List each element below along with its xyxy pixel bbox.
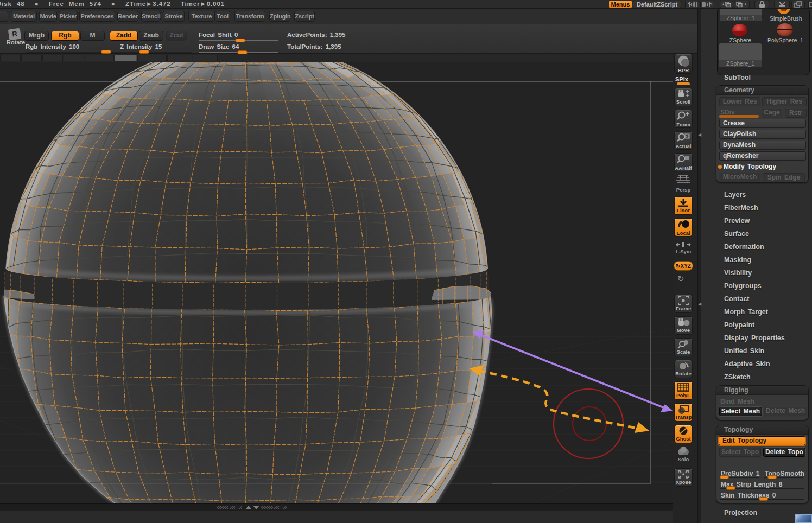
svg-text:x1: x1 [686, 135, 690, 138]
